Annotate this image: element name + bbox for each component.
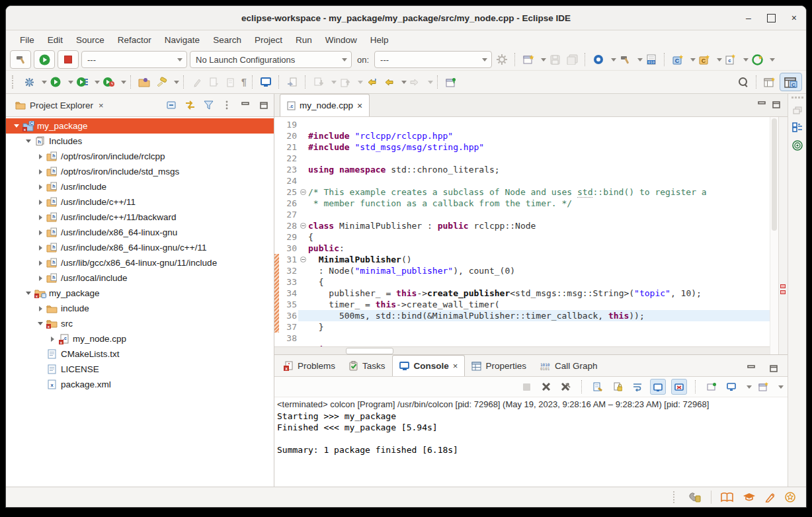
search-flashlight-icon[interactable]	[154, 74, 169, 90]
forward-chevron[interactable]	[425, 73, 432, 91]
skip-breakpoints-chevron[interactable]	[39, 73, 46, 91]
annotation-up-icon[interactable]	[338, 74, 352, 90]
vscroll-thumb[interactable]	[772, 118, 777, 231]
mark-occurrences-icon[interactable]	[190, 74, 204, 90]
tree-expander-icon[interactable]	[35, 151, 46, 162]
remove-launch-icon[interactable]	[539, 379, 553, 394]
new-c-project-chevron[interactable]	[688, 51, 694, 68]
tree-item[interactable]: LICENSE	[6, 362, 274, 377]
tree-expander-icon[interactable]	[35, 258, 46, 268]
launch-target-select[interactable]: ---	[374, 51, 492, 68]
remove-all-launches-icon[interactable]	[559, 379, 573, 394]
learn-cap-icon[interactable]	[743, 493, 756, 502]
tree-item[interactable]: CMakeLists.txt	[6, 346, 274, 362]
link-editor-icon[interactable]	[285, 74, 300, 90]
cpp-perspective-button[interactable]: C	[780, 73, 802, 91]
annotation-down-icon[interactable]	[311, 74, 326, 90]
tree-expander-icon[interactable]	[35, 227, 46, 238]
maximize-view-icon[interactable]	[258, 97, 270, 113]
display-console-icon[interactable]	[724, 379, 739, 394]
fold-marker-icon[interactable]	[298, 254, 308, 265]
coverage-icon[interactable]	[75, 74, 89, 90]
build-hammer-chevron[interactable]	[635, 51, 641, 68]
menu-file[interactable]: File	[14, 33, 40, 47]
api-tooling-icon[interactable]	[689, 492, 702, 502]
stop-button[interactable]	[58, 50, 79, 69]
run-button[interactable]	[34, 50, 55, 69]
rail-drag-handle[interactable]	[792, 97, 803, 99]
link-with-editor-icon[interactable]	[184, 97, 196, 113]
new-wizard-button[interactable]	[521, 52, 536, 67]
new-c-file-chevron[interactable]	[741, 51, 747, 68]
menu-search[interactable]: Search	[207, 33, 247, 47]
maximize-editor-icon[interactable]	[769, 97, 784, 112]
annotation-down-chevron[interactable]	[329, 73, 335, 91]
new-c-file-button[interactable]: c	[723, 52, 738, 67]
previous-annotation-icon[interactable]	[224, 74, 239, 90]
toolbar-drag-handle[interactable]	[12, 75, 17, 89]
code-editor[interactable]: 1920#include "rclcpp/rclcpp.hpp"21#inclu…	[274, 117, 770, 346]
skip-breakpoints-icon[interactable]	[22, 74, 36, 90]
minimize-button[interactable]: –	[746, 13, 751, 22]
tree-item[interactable]: h/usr/include	[6, 179, 274, 194]
tree-expander-icon[interactable]	[35, 303, 46, 314]
tree-item[interactable]: .cxmy_node.cpp	[6, 331, 274, 346]
last-edit-location-icon[interactable]	[364, 74, 379, 90]
tab-console[interactable]: Console×	[392, 355, 466, 376]
status-drag-handle[interactable]	[673, 491, 677, 503]
menu-run[interactable]: Run	[290, 33, 318, 47]
tree-expander-icon[interactable]	[35, 212, 46, 223]
tutorials-book-icon[interactable]	[721, 493, 733, 502]
restore-views-icon[interactable]	[793, 106, 802, 114]
tree-expander-icon[interactable]	[47, 334, 58, 344]
clear-console-icon[interactable]	[590, 379, 605, 394]
new-c-project-button[interactable]: C	[670, 52, 685, 67]
tab-problems[interactable]: xProblems	[277, 356, 342, 376]
build-hammer-icon[interactable]	[618, 52, 632, 67]
run-last-chevron[interactable]	[65, 73, 72, 91]
tree-expander-icon[interactable]	[35, 319, 46, 329]
open-console-chevron[interactable]	[776, 378, 782, 395]
load-config-icon[interactable]	[137, 74, 151, 90]
menu-project[interactable]: Project	[249, 33, 288, 47]
tree-item[interactable]: hIncludes	[6, 134, 274, 149]
filter-icon[interactable]	[202, 97, 214, 113]
error-marker[interactable]	[780, 284, 786, 288]
project-tree[interactable]: Cxmy_packagehIncludesh/opt/ros/iron/incl…	[6, 117, 274, 487]
new-wizard-chevron[interactable]	[538, 51, 545, 68]
close-tab-icon[interactable]: ×	[453, 361, 458, 371]
outline-view-icon[interactable]	[792, 122, 803, 132]
tree-expander-icon[interactable]	[23, 136, 34, 147]
maximize-panel-icon[interactable]	[766, 360, 781, 376]
tree-item[interactable]: xpackage.xml	[6, 377, 274, 392]
hscroll-thumb[interactable]	[346, 348, 393, 354]
tree-expander-icon[interactable]	[35, 273, 46, 284]
show-whitespace-icon[interactable]: ¶	[241, 77, 247, 87]
editor-tab-my-node[interactable]: .c my_node.cpp ×	[280, 94, 370, 116]
tree-item[interactable]: h/opt/ros/iron/include/std_msgs	[6, 164, 274, 179]
profile-chevron[interactable]	[118, 73, 125, 91]
display-console-chevron[interactable]	[744, 378, 751, 395]
unit-test-chevron[interactable]	[767, 51, 774, 68]
tree-item[interactable]: h/opt/ros/iron/include/rclcpp	[6, 149, 274, 164]
tree-item[interactable]: xsrc	[6, 316, 274, 331]
menu-refactor[interactable]: Refactor	[112, 33, 157, 47]
open-console-pin-icon[interactable]	[704, 379, 719, 394]
back-chevron[interactable]	[399, 73, 405, 91]
debug-chevron[interactable]	[608, 51, 615, 68]
overview-ruler[interactable]	[778, 117, 788, 354]
console-view-icon[interactable]	[259, 74, 273, 90]
pin-editor-icon[interactable]	[444, 74, 458, 90]
close-button[interactable]: ×	[792, 13, 797, 22]
open-perspective-icon[interactable]	[762, 74, 777, 90]
tab-tasks[interactable]: Tasks	[342, 356, 392, 376]
tree-item[interactable]: h/usr/include/x86_64-linux-gnu/c++/11	[6, 240, 274, 255]
back-icon[interactable]	[382, 74, 396, 90]
tree-item[interactable]: Cxmy_package	[6, 118, 274, 134]
save-all-button[interactable]	[565, 52, 579, 67]
word-wrap-icon[interactable]	[630, 379, 645, 394]
open-console-icon[interactable]	[756, 379, 770, 394]
profile-icon[interactable]	[101, 74, 116, 90]
debug-attach-icon[interactable]	[591, 52, 606, 67]
minimize-view-icon[interactable]	[239, 97, 251, 113]
